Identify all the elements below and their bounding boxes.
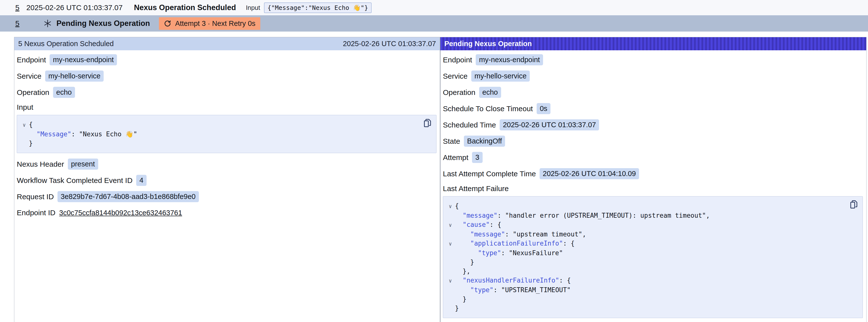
code-text: "type": "NexusFailure" xyxy=(455,249,563,258)
retry-badge-text: Attempt 3 · Next Retry 0s xyxy=(175,20,256,28)
operation-label: Operation xyxy=(17,88,49,97)
code-text: }, xyxy=(455,267,470,276)
left-panel-timestamp: 2025-02-26 UTC 01:03:37.07 xyxy=(343,40,436,48)
request-id-badge: 3e829b7e-7d67-4b08-aad3-b1e868bfe9e0 xyxy=(58,191,199,202)
last-attempt-failure-label: Last Attempt Failure xyxy=(443,185,864,193)
service-label: Service xyxy=(17,72,41,80)
endpoint-label: Endpoint xyxy=(17,56,46,64)
row-state: State BackingOff xyxy=(443,136,864,147)
code-line: }, xyxy=(445,267,845,276)
code-text: "nexusHandlerFailureInfo": { xyxy=(455,276,571,285)
operation-label: Operation xyxy=(443,88,475,97)
row-operation: Operation echo xyxy=(17,87,437,98)
schedule-to-close-timeout-badge: 0s xyxy=(537,103,551,114)
code-line: "type": "UPSTREAM_TIMEOUT" xyxy=(445,286,845,295)
code-text: "message": "upstream timeout", xyxy=(455,230,586,239)
row-request-id: Request ID 3e829b7e-7d67-4b08-aad3-b1e86… xyxy=(17,191,437,202)
code-text: } xyxy=(455,295,467,304)
panel-pending-nexus-operation: Pending Nexus Operation Endpoint my-nexu… xyxy=(440,37,866,322)
code-text: "applicationFailureInfo": { xyxy=(455,239,575,248)
pending-event-id-link[interactable]: 5 xyxy=(15,19,20,28)
input-label: Input xyxy=(246,4,260,11)
service-label: Service xyxy=(443,72,468,80)
scheduled-time-badge: 2025-02-26 UTC 01:03:37.07 xyxy=(500,119,599,130)
attempt-badge: 3 xyxy=(472,152,483,163)
collapse-chevron-icon[interactable]: ∨ xyxy=(445,239,455,249)
event-row-scheduled[interactable]: 5 2025-02-26 UTC 01:03:37.07 Nexus Opera… xyxy=(0,0,868,15)
pending-asterisk-icon xyxy=(43,19,52,28)
left-panel-header: 5 Nexus Operation Scheduled 2025-02-26 U… xyxy=(14,37,440,50)
event-id-link[interactable]: 5 xyxy=(15,3,20,12)
endpoint-value-badge: my-nexus-endpoint xyxy=(476,54,543,65)
code-line: ∨"cause": { xyxy=(445,220,845,230)
retry-icon xyxy=(164,20,171,27)
code-line: ∨"nexusHandlerFailureInfo": { xyxy=(445,276,845,286)
schedule-to-close-timeout-label: Schedule To Close Timeout xyxy=(443,104,533,113)
collapse-chevron-icon[interactable]: ∨ xyxy=(445,221,455,230)
endpoint-value-badge: my-nexus-endpoint xyxy=(50,54,117,65)
code-line: "message": "handler error (UPSTREAM_TIME… xyxy=(445,211,845,220)
code-text: { xyxy=(455,201,459,211)
code-text: "Message": "Nexus Echo 👋" xyxy=(29,130,137,139)
code-line: ∨"applicationFailureInfo": { xyxy=(445,239,845,249)
panel-nexus-operation-scheduled: 5 Nexus Operation Scheduled 2025-02-26 U… xyxy=(14,37,440,322)
row-scheduled-time: Scheduled Time 2025-02-26 UTC 01:03:37.0… xyxy=(443,119,864,130)
state-label: State xyxy=(443,137,460,146)
collapse-chevron-icon[interactable]: ∨ xyxy=(445,277,455,286)
code-line: } xyxy=(445,258,845,267)
row-schedule-to-close-timeout: Schedule To Close Timeout 0s xyxy=(443,103,864,114)
code-text: { xyxy=(29,120,33,129)
wft-completed-event-id-label: Workflow Task Completed Event ID xyxy=(17,176,132,185)
wft-completed-event-id-badge: 4 xyxy=(136,175,147,186)
row-endpoint: Endpoint my-nexus-endpoint xyxy=(443,54,864,65)
operation-value-badge: echo xyxy=(53,87,75,98)
row-service: Service my-hello-service xyxy=(17,70,437,82)
state-badge: BackingOff xyxy=(464,136,505,147)
pending-event-title: Pending Nexus Operation xyxy=(57,19,150,28)
endpoint-label: Endpoint xyxy=(443,56,472,64)
code-line: ∨{ xyxy=(20,120,419,130)
row-wft-completed-event-id: Workflow Task Completed Event ID 4 xyxy=(17,175,437,186)
service-value-badge: my-hello-service xyxy=(45,70,104,82)
code-text: "message": "handler error (UPSTREAM_TIME… xyxy=(455,211,710,220)
collapse-chevron-icon[interactable]: ∨ xyxy=(20,121,29,130)
event-title: Nexus Operation Scheduled xyxy=(134,3,236,12)
input-json-viewer: ∨{"Message": "Nexus Echo 👋"} xyxy=(17,115,436,153)
row-endpoint: Endpoint my-nexus-endpoint xyxy=(17,54,437,65)
nexus-header-label: Nexus Header xyxy=(17,160,64,168)
copy-icon[interactable] xyxy=(850,200,858,209)
code-text: } xyxy=(455,258,474,267)
request-id-label: Request ID xyxy=(17,193,54,201)
right-panel-title: Pending Nexus Operation xyxy=(444,40,532,48)
copy-icon[interactable] xyxy=(424,119,432,128)
input-preview-chip[interactable]: {"Message":"Nexus Echo 👋"} xyxy=(264,2,371,13)
endpoint-id-link[interactable]: 3c0c75ccfa8144b092c13ce632463761 xyxy=(59,209,182,217)
row-operation: Operation echo xyxy=(443,87,864,98)
scheduled-time-label: Scheduled Time xyxy=(443,121,496,129)
left-panel-title: 5 Nexus Operation Scheduled xyxy=(18,40,114,48)
code-line: } xyxy=(445,295,845,304)
attempt-label: Attempt xyxy=(443,153,468,162)
last-attempt-complete-time-label: Last Attempt Complete Time xyxy=(443,170,536,178)
code-text: } xyxy=(455,304,459,313)
code-text: "cause": { xyxy=(455,220,501,229)
right-panel-header: Pending Nexus Operation xyxy=(440,37,866,50)
code-text: } xyxy=(29,139,33,148)
event-timestamp: 2025-02-26 UTC 01:03:37.07 xyxy=(26,3,123,12)
retry-attempt-badge: Attempt 3 · Next Retry 0s xyxy=(159,17,260,30)
code-line: "type": "NexusFailure" xyxy=(445,249,845,258)
service-value-badge: my-hello-service xyxy=(471,70,530,82)
nexus-header-value-badge: present xyxy=(68,159,98,170)
event-row-pending[interactable]: 5 Pending Nexus Operation Attempt 3 · Ne… xyxy=(0,15,868,32)
row-service: Service my-hello-service xyxy=(443,70,864,82)
code-text: "type": "UPSTREAM_TIMEOUT" xyxy=(455,286,571,295)
last-attempt-complete-time-badge: 2025-02-26 UTC 01:04:10.09 xyxy=(539,168,639,179)
row-endpoint-id: Endpoint ID 3c0c75ccfa8144b092c13ce63246… xyxy=(17,207,437,218)
operation-value-badge: echo xyxy=(479,87,501,98)
event-details-container: 5 Nexus Operation Scheduled 2025-02-26 U… xyxy=(14,37,867,322)
row-last-attempt-complete-time: Last Attempt Complete Time 2025-02-26 UT… xyxy=(443,168,864,179)
input-section-label: Input xyxy=(17,103,437,111)
code-line: "message": "upstream timeout", xyxy=(445,230,845,239)
collapse-chevron-icon[interactable]: ∨ xyxy=(445,202,455,211)
endpoint-id-label: Endpoint ID xyxy=(17,208,56,217)
